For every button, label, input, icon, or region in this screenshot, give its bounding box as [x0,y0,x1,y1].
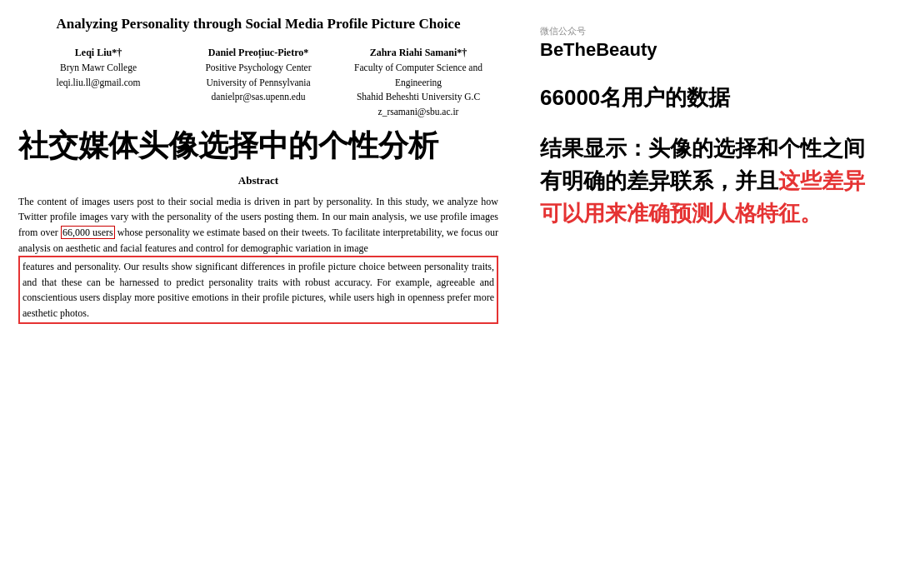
paper-title: Analyzing Personality through Social Med… [18,15,498,33]
author-name-1: Leqi Liu*† [18,45,178,61]
author-block-2: Daniel Preoțiuc-Pietro* Positive Psychol… [178,45,338,120]
author-name-3: Zahra Riahi Samani*† [338,45,498,61]
abstract-redbox-text: features and personality. Our results sh… [20,257,497,322]
users-highlight: 66,000 users [61,226,115,239]
abstract-heading: Abstract [18,174,498,187]
left-panel: Analyzing Personality through Social Med… [0,0,517,588]
author-name-2: Daniel Preoțiuc-Pietro* [178,45,338,61]
author-affil-2a: Positive Psychology Center [178,61,338,76]
wechat-label: 微信公众号 [540,25,586,37]
result-text: 结果显示：头像的选择和个性之间有明确的差异联系，并且这些差异可以用来准确预测人格… [540,132,877,230]
right-panel: 微信公众号 BeTheBeauty 66000名用户的数据 结果显示：头像的选择… [517,0,900,588]
author-block-1: Leqi Liu*† Bryn Mawr College leqi.liu.ll… [18,45,178,120]
author-email-3: z_rsamani@sbu.ac.ir [338,105,498,120]
chinese-title: 社交媒体头像选择中的个性分析 [18,127,498,166]
red-border-block: features and personality. Our results sh… [18,256,498,324]
wechat-name: BeTheBeauty [540,39,658,61]
author-email-1: leqi.liu.ll@gmail.com [18,76,178,91]
author-affil-3a: Faculty of Computer Science and Engineer… [338,61,498,91]
abstract-body: The content of images users post to thei… [18,194,498,256]
authors-row: Leqi Liu*† Bryn Mawr College leqi.liu.ll… [18,45,498,120]
author-block-3: Zahra Riahi Samani*† Faculty of Computer… [338,45,498,120]
author-affil-2b: University of Pennsylvania [178,76,338,91]
author-affil-1: Bryn Mawr College [18,61,178,76]
stat-text: 66000名用户的数据 [540,84,730,112]
author-email-2: danielpr@sas.upenn.edu [178,90,338,105]
author-affil-3b: Shahid Beheshti University G.C [338,90,498,105]
